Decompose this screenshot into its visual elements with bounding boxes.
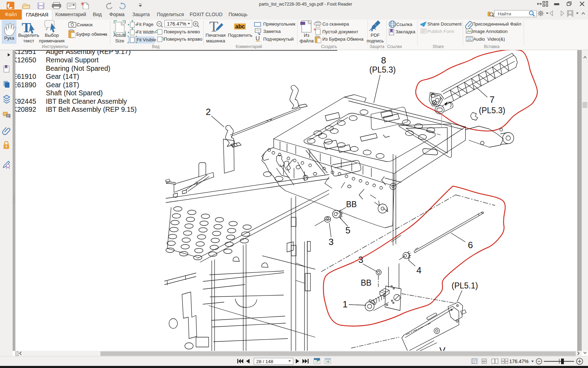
- svg-text:28 / 148: 28 / 148: [256, 359, 273, 364]
- svg-text:U: U: [255, 35, 260, 42]
- svg-text:✳: ✳: [80, 1, 85, 7]
- svg-text:T: T: [209, 19, 218, 35]
- svg-text:T: T: [22, 20, 31, 35]
- svg-text:abc: abc: [235, 23, 245, 29]
- svg-text:Найти: Найти: [498, 11, 511, 16]
- svg-text:Fit Visible: Fit Visible: [136, 37, 156, 42]
- svg-text:176.47%: 176.47%: [509, 359, 528, 364]
- svg-text:Рука: Рука: [4, 35, 14, 41]
- svg-text:176.47%: 176.47%: [167, 21, 186, 27]
